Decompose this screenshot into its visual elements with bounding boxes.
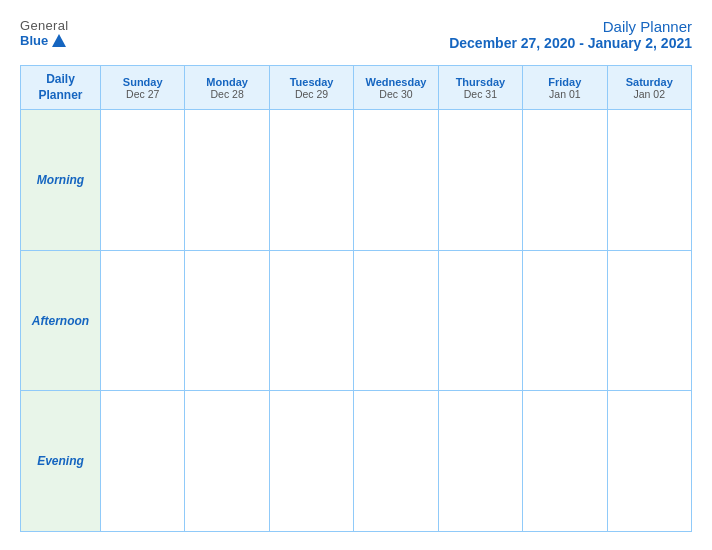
- row-label-afternoon: Afternoon: [21, 250, 101, 391]
- col-header-label: DailyPlanner: [21, 66, 101, 110]
- col-header-wednesday: Wednesday Dec 30: [354, 66, 438, 110]
- row-label-evening: Evening: [21, 391, 101, 532]
- logo: General Blue: [20, 18, 68, 48]
- planner-date-range: December 27, 2020 - January 2, 2021: [449, 35, 692, 51]
- cell-afternoon-tuesday[interactable]: [269, 250, 353, 391]
- cell-evening-sunday[interactable]: [101, 391, 185, 532]
- cell-evening-friday[interactable]: [523, 391, 607, 532]
- cell-afternoon-thursday[interactable]: [438, 250, 522, 391]
- cell-morning-wednesday[interactable]: [354, 110, 438, 251]
- col-header-monday: Monday Dec 28: [185, 66, 269, 110]
- page-header: General Blue Daily Planner December 27, …: [20, 18, 692, 51]
- cell-evening-wednesday[interactable]: [354, 391, 438, 532]
- col-header-tuesday: Tuesday Dec 29: [269, 66, 353, 110]
- row-label-morning: Morning: [21, 110, 101, 251]
- cell-afternoon-monday[interactable]: [185, 250, 269, 391]
- cell-morning-tuesday[interactable]: [269, 110, 353, 251]
- logo-general-text: General: [20, 18, 68, 33]
- col-header-saturday: Saturday Jan 02: [607, 66, 691, 110]
- cell-morning-sunday[interactable]: [101, 110, 185, 251]
- logo-triangle-icon: [52, 34, 66, 47]
- cell-evening-tuesday[interactable]: [269, 391, 353, 532]
- table-header-row: DailyPlanner Sunday Dec 27 Monday Dec 28…: [21, 66, 692, 110]
- cell-morning-friday[interactable]: [523, 110, 607, 251]
- cell-morning-saturday[interactable]: [607, 110, 691, 251]
- cell-afternoon-saturday[interactable]: [607, 250, 691, 391]
- col-header-thursday: Thursday Dec 31: [438, 66, 522, 110]
- cell-afternoon-sunday[interactable]: [101, 250, 185, 391]
- table-row-afternoon: Afternoon: [21, 250, 692, 391]
- cell-evening-monday[interactable]: [185, 391, 269, 532]
- cell-morning-monday[interactable]: [185, 110, 269, 251]
- title-block: Daily Planner December 27, 2020 - Januar…: [449, 18, 692, 51]
- logo-blue-text: Blue: [20, 33, 66, 48]
- col-header-sunday: Sunday Dec 27: [101, 66, 185, 110]
- planner-title: Daily Planner: [449, 18, 692, 35]
- cell-afternoon-wednesday[interactable]: [354, 250, 438, 391]
- col-header-friday: Friday Jan 01: [523, 66, 607, 110]
- table-row-evening: Evening: [21, 391, 692, 532]
- table-row-morning: Morning: [21, 110, 692, 251]
- cell-morning-thursday[interactable]: [438, 110, 522, 251]
- cell-afternoon-friday[interactable]: [523, 250, 607, 391]
- cell-evening-thursday[interactable]: [438, 391, 522, 532]
- planner-table: DailyPlanner Sunday Dec 27 Monday Dec 28…: [20, 65, 692, 532]
- cell-evening-saturday[interactable]: [607, 391, 691, 532]
